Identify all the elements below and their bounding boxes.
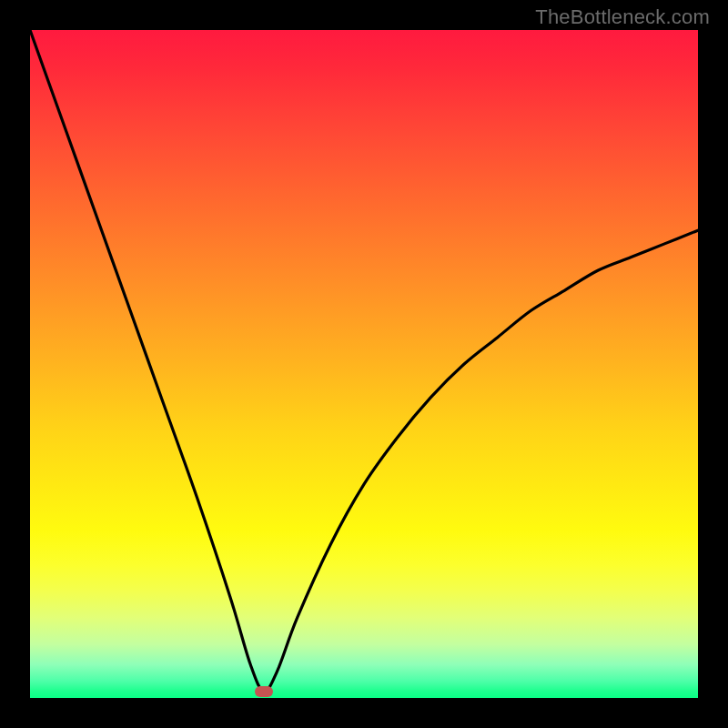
bottleneck-curve (30, 30, 698, 698)
optimal-marker (255, 686, 273, 697)
chart-frame: TheBottleneck.com (0, 0, 728, 728)
watermark-text: TheBottleneck.com (535, 5, 710, 29)
plot-area (30, 30, 698, 698)
